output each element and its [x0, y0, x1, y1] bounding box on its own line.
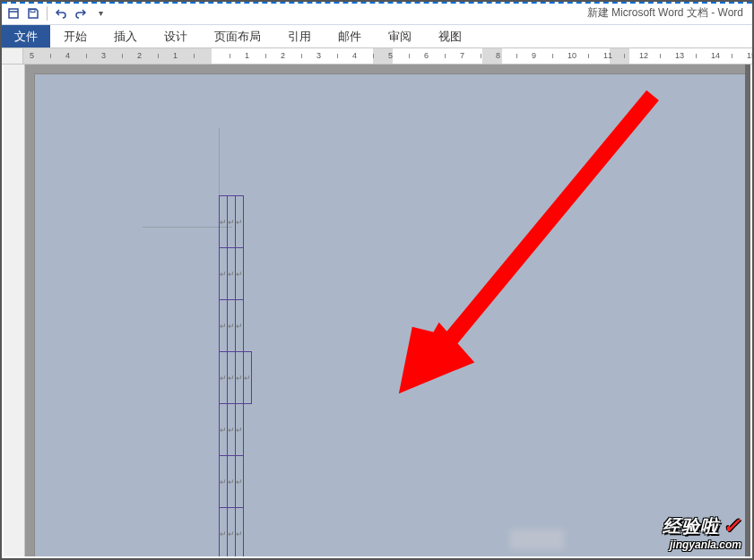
ruler-row: 54321123456789101112131415	[2, 48, 752, 65]
paragraph-mark-icon: ↵	[220, 270, 227, 279]
tab-review-label: 审阅	[388, 29, 412, 45]
svg-rect-0	[9, 9, 18, 18]
ruler-mark: 1	[173, 51, 178, 60]
table-cell[interactable]: ↵	[228, 508, 236, 557]
table-cell[interactable]: ↵	[220, 196, 228, 248]
table-cell[interactable]: ↵	[220, 404, 228, 456]
table-row[interactable]: ↵ ↵ ↵	[220, 300, 244, 352]
tab-home-label: 开始	[64, 29, 87, 45]
window-title: 新建 Microsoft Word 文档 - Word	[108, 5, 752, 21]
tab-review[interactable]: 审阅	[375, 25, 425, 47]
paragraph-mark-icon: ↵	[228, 530, 235, 538]
ruler-mark: 13	[675, 51, 684, 60]
paragraph-mark-icon: ↵	[228, 218, 235, 227]
table-cell[interactable]: ↵	[244, 352, 252, 404]
table-cell[interactable]: ↵	[220, 352, 228, 404]
paragraph-mark-icon: ↵	[236, 530, 243, 538]
paragraph-mark-icon: ↵	[236, 426, 243, 435]
paragraph-mark-icon: ↵	[220, 530, 227, 538]
ruler-mark: 8	[496, 51, 500, 60]
tab-design-label: 设计	[164, 29, 187, 45]
tab-insert[interactable]: 插入	[100, 25, 151, 47]
table-cell[interactable]: ↵	[228, 352, 236, 404]
paragraph-mark-icon: ↵	[228, 270, 235, 279]
qat-customize-dropdown-icon[interactable]: ▾	[92, 5, 108, 22]
title-bar: ▾ 新建 Microsoft Word 文档 - Word	[2, 2, 752, 25]
paragraph-mark-icon: ↵	[228, 322, 235, 331]
document-table-split-row[interactable]: ↵ ↵ ↵ ↵	[219, 351, 252, 404]
table-cell[interactable]: ↵	[236, 404, 244, 456]
horizontal-ruler[interactable]: 54321123456789101112131415	[23, 48, 752, 64]
paragraph-mark-icon: ↵	[236, 374, 243, 383]
paragraph-mark-icon: ↵	[220, 322, 227, 331]
table-cell[interactable]: ↵	[236, 196, 244, 248]
ribbon-tabs: 文件 开始 插入 设计 页面布局 引用 邮件 审阅 视图	[2, 25, 752, 48]
table-cell[interactable]: ↵	[220, 508, 228, 557]
table-cell[interactable]: ↵	[236, 456, 244, 508]
svg-rect-2	[30, 9, 35, 12]
qat-separator	[47, 6, 48, 21]
tab-home[interactable]: 开始	[50, 25, 100, 47]
ruler-left-shade	[23, 48, 212, 64]
paragraph-mark-icon: ↵	[220, 478, 227, 487]
table-cell[interactable]: ↵	[220, 248, 228, 300]
table-cell[interactable]: ↵	[236, 248, 244, 300]
ruler-mark: 6	[424, 51, 429, 60]
document-canvas[interactable]: ↵ ↵ ↵ ↵ ↵ ↵ ↵ ↵ ↵ ↵ ↵	[25, 65, 750, 556]
table-cell[interactable]: ↵	[236, 352, 244, 404]
document-table-lower[interactable]: ↵ ↵ ↵ ↵ ↵ ↵ ↵ ↵ ↵	[219, 403, 244, 556]
ruler-shade-3	[610, 48, 629, 64]
tab-file[interactable]: 文件	[2, 25, 50, 47]
table-cell[interactable]: ↵	[228, 404, 236, 456]
tab-design[interactable]: 设计	[151, 25, 201, 47]
restore-down-icon[interactable]	[5, 5, 22, 22]
ruler-mark: 10	[568, 51, 576, 60]
vertical-scrollbar[interactable]	[745, 65, 750, 556]
ruler-mark: 2	[281, 51, 285, 60]
table-row[interactable]: ↵ ↵ ↵	[220, 456, 244, 508]
tab-references[interactable]: 引用	[274, 25, 325, 47]
table-cell[interactable]: ↵	[236, 300, 244, 352]
tab-file-label: 文件	[14, 29, 38, 45]
table-row[interactable]: ↵ ↵ ↵ ↵	[220, 352, 252, 404]
redo-icon[interactable]	[73, 5, 89, 22]
ruler-mark: 14	[711, 51, 720, 60]
ruler-mark: 2	[137, 51, 142, 60]
ruler-mark: 9	[532, 51, 536, 60]
vertical-ruler[interactable]	[4, 65, 25, 556]
page: ↵ ↵ ↵ ↵ ↵ ↵ ↵ ↵ ↵ ↵ ↵	[34, 73, 747, 556]
tab-mail-label: 邮件	[338, 29, 361, 45]
ruler-corner	[2, 48, 23, 64]
table-cell[interactable]: ↵	[228, 456, 236, 508]
workspace: ↵ ↵ ↵ ↵ ↵ ↵ ↵ ↵ ↵ ↵ ↵	[4, 65, 750, 556]
table-cell[interactable]: ↵	[220, 456, 228, 508]
ruler-mark: 4	[65, 51, 70, 60]
document-table[interactable]: ↵ ↵ ↵ ↵ ↵ ↵ ↵ ↵ ↵	[219, 195, 244, 352]
paragraph-mark-icon: ↵	[236, 478, 243, 487]
table-row[interactable]: ↵ ↵ ↵	[220, 508, 244, 557]
ruler-mark: 11	[603, 51, 612, 60]
undo-icon[interactable]	[53, 5, 69, 22]
table-row[interactable]: ↵ ↵ ↵	[220, 196, 244, 248]
tab-insert-label: 插入	[114, 29, 137, 45]
save-icon[interactable]	[25, 5, 41, 22]
tab-layout[interactable]: 页面布局	[201, 25, 274, 47]
ruler-mark: 15	[747, 51, 752, 60]
table-cell[interactable]: ↵	[228, 248, 236, 300]
table-cell[interactable]: ↵	[228, 196, 236, 248]
paragraph-mark-icon: ↵	[220, 374, 227, 383]
table-cell[interactable]: ↵	[236, 508, 244, 557]
table-cell[interactable]: ↵	[220, 300, 228, 352]
ruler-mark: 5	[30, 51, 34, 60]
table-row[interactable]: ↵ ↵ ↵	[220, 248, 244, 300]
tab-mail[interactable]: 邮件	[325, 25, 375, 47]
paragraph-mark-icon: ↵	[236, 322, 243, 331]
quick-access-toolbar: ▾	[2, 5, 108, 22]
table-cell[interactable]: ↵	[228, 300, 236, 352]
ruler-mark: 1	[245, 51, 249, 60]
paragraph-mark-icon: ↵	[236, 270, 243, 279]
paragraph-mark-icon: ↵	[244, 374, 251, 383]
tab-view[interactable]: 视图	[425, 25, 475, 47]
table-row[interactable]: ↵ ↵ ↵	[220, 404, 244, 456]
ruler-mark: 3	[101, 51, 106, 60]
